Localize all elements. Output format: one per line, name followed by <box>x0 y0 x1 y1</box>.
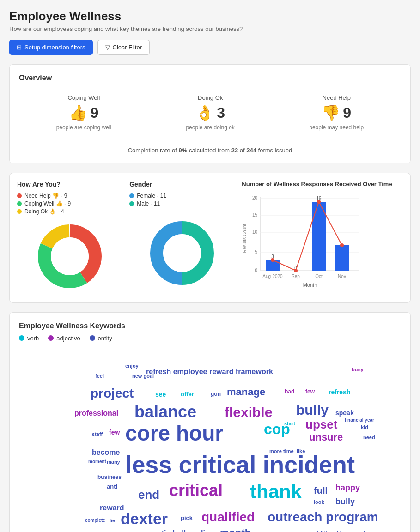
word-cloud-item: many additional hour <box>296 530 352 532</box>
setup-filters-button[interactable]: ⊞ Setup dimension filters <box>9 40 93 55</box>
word-cloud-item: bully <box>296 402 329 418</box>
word-cloud-item: speak <box>335 409 354 417</box>
word-cloud-item: complete <box>85 518 105 523</box>
bar-chart-section: Number of Wellness Responses Received Ov… <box>238 181 407 295</box>
legend-label-coping-well: Coping Well 👍 - 9 <box>24 200 71 207</box>
coping-well-desc: people are coping well <box>56 124 111 131</box>
keywords-section: Employee Wellness Keywords verb adjectiv… <box>9 312 411 532</box>
completion-text: Completion rate of 9% calculated from 22… <box>19 141 401 154</box>
legend-dot-need-help <box>17 193 22 198</box>
kw-dot-adjective <box>48 335 54 341</box>
word-cloud-item: cop <box>264 421 290 438</box>
coping-well-value: 👍 9 <box>56 104 111 121</box>
legend-dot-male <box>129 201 134 206</box>
word-cloud-item: financial year <box>345 417 374 423</box>
word-cloud-item: dexter <box>121 510 168 528</box>
bar-oct <box>312 202 326 271</box>
word-cloud-item: busy <box>352 367 364 372</box>
word-cloud-item: thank <box>250 481 302 503</box>
need-help-value: 👎 9 <box>309 104 364 121</box>
kw-label-adjective: adjective <box>56 335 80 342</box>
svg-text:Results Count: Results Count <box>242 224 247 253</box>
legend-item-female: Female - 11 <box>129 193 234 199</box>
svg-text:Month: Month <box>303 282 317 288</box>
doing-ok-label: Doing Ok <box>186 94 234 101</box>
word-cloud-item: become <box>92 448 120 457</box>
legend-item-male: Male - 11 <box>129 200 234 207</box>
doing-ok-emoji: 👌 <box>195 104 214 121</box>
word-cloud-item: critical <box>169 481 223 500</box>
doing-ok-value: 👌 3 <box>186 104 234 121</box>
legend-dot-doing-ok <box>17 209 22 214</box>
clear-filter-label: Clear Filter <box>113 44 142 51</box>
word-cloud-item: staff <box>92 431 103 437</box>
doing-ok-metric: Doing Ok 👌 3 people are doing ok <box>186 94 234 131</box>
sliders-icon: ⊞ <box>17 44 22 51</box>
need-help-emoji: 👎 <box>322 104 340 121</box>
word-cloud-item: outreach program <box>268 510 378 525</box>
page-subtitle: How are our employees coping and what ke… <box>9 25 411 32</box>
bar-chart-svg: 0 5 10 15 20 3 Aug-2020 <box>242 192 362 294</box>
clear-filter-button[interactable]: ▽ Clear Filter <box>97 40 150 55</box>
coping-well-metric: Coping Well 👍 9 people are coping well <box>56 94 111 131</box>
kw-label-verb: verb <box>27 335 39 342</box>
word-cloud-item: less critical incident <box>125 451 355 478</box>
kw-legend-entity: entity <box>90 335 112 342</box>
legend-label-male: Male - 11 <box>137 200 160 207</box>
trend-point-nov <box>340 243 344 247</box>
word-cloud-item: project <box>91 386 134 401</box>
svg-point-6 <box>163 234 201 272</box>
word-cloud-item: many <box>107 459 120 465</box>
how-are-you-donut <box>17 219 122 293</box>
keywords-title: Employee Wellness Keywords <box>19 322 401 330</box>
word-cloud-item: business <box>97 474 122 480</box>
setup-filters-label: Setup dimension filters <box>24 44 85 51</box>
trend-point-sep <box>294 269 298 272</box>
word-cloud-item: few <box>305 388 315 395</box>
svg-text:15: 15 <box>252 212 258 218</box>
word-cloud-item: enjoy <box>125 363 139 369</box>
word-cloud-item: gon <box>211 391 221 397</box>
svg-text:20: 20 <box>252 195 258 200</box>
legend-label-doing-ok: Doing Ok 👌 - 4 <box>24 208 64 215</box>
word-cloud-item: moment <box>88 459 106 464</box>
legend-label-female: Female - 11 <box>137 193 166 199</box>
word-cloud-item: pick <box>181 514 193 521</box>
filter-icon: ▽ <box>105 44 110 51</box>
word-cloud-item: look <box>314 499 324 505</box>
word-cloud-item: refresh <box>329 388 350 396</box>
svg-text:5: 5 <box>255 249 258 254</box>
need-help-label: Need Help <box>309 94 364 101</box>
bar-chart-title: Number of Wellness Responses Received Ov… <box>242 181 403 188</box>
word-cloud-item: flexible <box>225 405 272 420</box>
gender-legend: Female - 11 Male - 11 <box>129 193 234 207</box>
trend-line <box>273 202 342 271</box>
word-cloud-item: refresh employee reward framework <box>146 368 273 376</box>
need-help-number: 9 <box>343 104 351 121</box>
kw-dot-verb <box>19 335 24 341</box>
word-cloud: enjoyfeelnew goalrefresh employee reward… <box>19 349 401 532</box>
word-cloud-item: see <box>155 391 166 398</box>
legend-dot-female <box>129 193 134 198</box>
gender-donut <box>129 216 234 290</box>
word-cloud-item: unsure <box>309 431 343 443</box>
how-are-you-legend: Need Help 👎 - 9 Coping Well 👍 - 9 Doing … <box>17 193 122 215</box>
legend-item-need-help: Need Help 👎 - 9 <box>17 193 122 199</box>
legend-dot-coping-well <box>17 201 22 206</box>
word-cloud-item: bully <box>335 497 355 507</box>
word-cloud-item: anti <box>107 483 117 490</box>
word-cloud-item: few <box>109 429 120 436</box>
kw-label-entity: entity <box>98 335 112 342</box>
keywords-legend: verb adjective entity <box>19 335 401 342</box>
word-cloud-item: bad <box>285 388 294 395</box>
word-cloud-item: happy <box>335 483 360 493</box>
gender-title: Gender <box>129 181 234 188</box>
word-cloud-item: offer <box>181 391 194 398</box>
word-cloud-item: fy <box>363 530 368 532</box>
word-cloud-item: full <box>314 485 328 496</box>
how-are-you-section: How Are You? Need Help 👎 - 9 Coping Well… <box>13 181 126 295</box>
gender-section: Gender Female - 11 Male - 11 <box>126 181 238 295</box>
need-help-desc: people may need help <box>309 124 364 131</box>
doing-ok-desc: people are doing ok <box>186 124 234 131</box>
word-cloud-item: qualified <box>201 510 255 525</box>
